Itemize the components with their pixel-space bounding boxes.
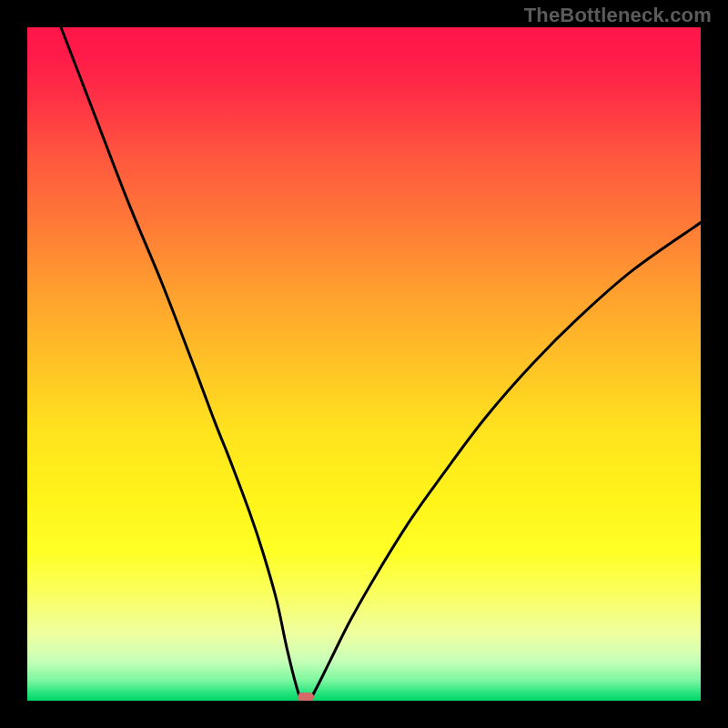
plot-area — [27, 27, 701, 701]
optimum-marker — [298, 693, 314, 701]
bottleneck-curve — [27, 27, 701, 701]
watermark-text: TheBottleneck.com — [524, 4, 712, 27]
chart-frame: TheBottleneck.com — [0, 0, 728, 728]
